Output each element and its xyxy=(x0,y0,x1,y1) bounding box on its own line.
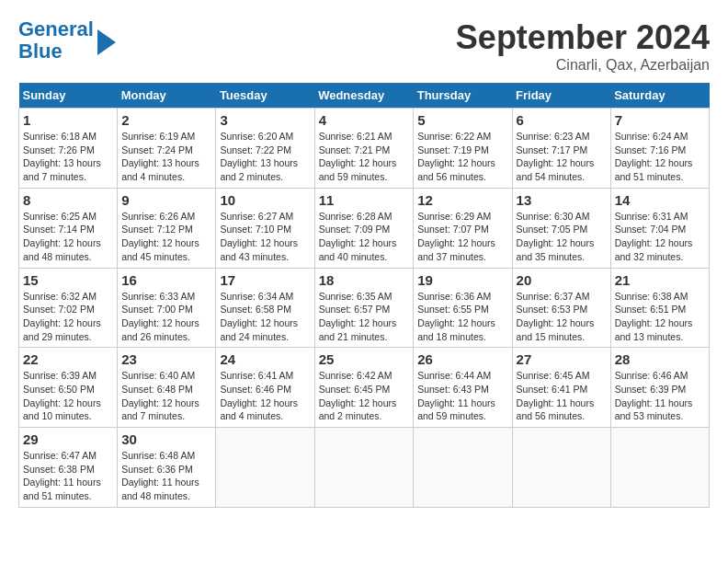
day-cell: 13Sunrise: 6:30 AM Sunset: 7:05 PM Dayli… xyxy=(512,188,610,268)
day-info: Sunrise: 6:19 AM Sunset: 7:24 PM Dayligh… xyxy=(121,130,211,184)
weekday-tuesday: Tuesday xyxy=(216,83,314,109)
day-cell: 21Sunrise: 6:38 AM Sunset: 6:51 PM Dayli… xyxy=(610,268,709,348)
weekday-header-row: SundayMondayTuesdayWednesdayThursdayFrid… xyxy=(19,83,710,109)
weekday-monday: Monday xyxy=(118,83,216,109)
day-cell: 14Sunrise: 6:31 AM Sunset: 7:04 PM Dayli… xyxy=(610,188,709,268)
weekday-thursday: Thursday xyxy=(414,83,512,109)
day-number: 2 xyxy=(121,112,211,128)
week-row-2: 8Sunrise: 6:25 AM Sunset: 7:14 PM Daylig… xyxy=(19,188,710,268)
day-info: Sunrise: 6:25 AM Sunset: 7:14 PM Dayligh… xyxy=(23,210,113,264)
day-cell: 18Sunrise: 6:35 AM Sunset: 6:57 PM Dayli… xyxy=(314,268,414,348)
day-number: 23 xyxy=(121,351,211,367)
title-block: September 2024 Cinarli, Qax, Azerbaijan xyxy=(456,18,710,74)
day-info: Sunrise: 6:39 AM Sunset: 6:50 PM Dayligh… xyxy=(23,369,113,423)
day-cell: 10Sunrise: 6:27 AM Sunset: 7:10 PM Dayli… xyxy=(216,188,314,268)
day-info: Sunrise: 6:29 AM Sunset: 7:07 PM Dayligh… xyxy=(417,210,507,264)
day-number: 14 xyxy=(615,192,705,208)
day-cell: 17Sunrise: 6:34 AM Sunset: 6:58 PM Dayli… xyxy=(216,268,314,348)
day-info: Sunrise: 6:28 AM Sunset: 7:09 PM Dayligh… xyxy=(319,210,410,264)
day-cell xyxy=(414,428,512,508)
day-cell: 29Sunrise: 6:47 AM Sunset: 6:38 PM Dayli… xyxy=(19,428,118,508)
day-number: 27 xyxy=(517,351,607,367)
logo-blue: Blue xyxy=(18,40,63,63)
weekday-saturday: Saturday xyxy=(610,83,709,109)
day-info: Sunrise: 6:42 AM Sunset: 6:45 PM Dayligh… xyxy=(319,369,410,423)
day-info: Sunrise: 6:23 AM Sunset: 7:17 PM Dayligh… xyxy=(517,130,607,184)
day-cell xyxy=(512,428,610,508)
logo-general: General xyxy=(18,17,94,40)
day-number: 12 xyxy=(417,192,507,208)
day-number: 10 xyxy=(220,192,310,208)
day-cell: 26Sunrise: 6:44 AM Sunset: 6:43 PM Dayli… xyxy=(414,348,512,428)
day-cell: 19Sunrise: 6:36 AM Sunset: 6:55 PM Dayli… xyxy=(414,268,512,348)
day-number: 26 xyxy=(417,351,507,367)
logo-arrow-icon xyxy=(97,29,116,55)
day-info: Sunrise: 6:24 AM Sunset: 7:16 PM Dayligh… xyxy=(615,130,705,184)
day-info: Sunrise: 6:30 AM Sunset: 7:05 PM Dayligh… xyxy=(517,210,607,264)
day-info: Sunrise: 6:40 AM Sunset: 6:48 PM Dayligh… xyxy=(121,369,211,423)
day-cell: 22Sunrise: 6:39 AM Sunset: 6:50 PM Dayli… xyxy=(19,348,118,428)
day-cell: 5Sunrise: 6:22 AM Sunset: 7:19 PM Daylig… xyxy=(414,109,512,189)
day-info: Sunrise: 6:37 AM Sunset: 6:53 PM Dayligh… xyxy=(517,290,607,344)
day-info: Sunrise: 6:34 AM Sunset: 6:58 PM Dayligh… xyxy=(220,290,310,344)
logo: GeneralBlue xyxy=(18,18,116,63)
day-number: 15 xyxy=(23,272,113,288)
day-info: Sunrise: 6:47 AM Sunset: 6:38 PM Dayligh… xyxy=(23,449,113,503)
day-number: 22 xyxy=(23,351,113,367)
weekday-sunday: Sunday xyxy=(19,83,118,109)
location-label: Cinarli, Qax, Azerbaijan xyxy=(456,57,710,74)
day-cell: 6Sunrise: 6:23 AM Sunset: 7:17 PM Daylig… xyxy=(512,109,610,189)
day-info: Sunrise: 6:38 AM Sunset: 6:51 PM Dayligh… xyxy=(615,290,705,344)
day-info: Sunrise: 6:18 AM Sunset: 7:26 PM Dayligh… xyxy=(23,130,113,184)
calendar-body: 1Sunrise: 6:18 AM Sunset: 7:26 PM Daylig… xyxy=(19,109,710,508)
day-cell: 9Sunrise: 6:26 AM Sunset: 7:12 PM Daylig… xyxy=(118,188,216,268)
day-info: Sunrise: 6:20 AM Sunset: 7:22 PM Dayligh… xyxy=(220,130,310,184)
day-info: Sunrise: 6:22 AM Sunset: 7:19 PM Dayligh… xyxy=(417,130,507,184)
day-number: 8 xyxy=(23,192,113,208)
day-cell: 7Sunrise: 6:24 AM Sunset: 7:16 PM Daylig… xyxy=(610,109,709,189)
day-cell xyxy=(216,428,314,508)
day-info: Sunrise: 6:48 AM Sunset: 6:36 PM Dayligh… xyxy=(121,449,211,503)
day-number: 24 xyxy=(220,351,310,367)
day-info: Sunrise: 6:35 AM Sunset: 6:57 PM Dayligh… xyxy=(319,290,410,344)
day-cell: 2Sunrise: 6:19 AM Sunset: 7:24 PM Daylig… xyxy=(118,109,216,189)
day-cell xyxy=(314,428,414,508)
day-cell: 30Sunrise: 6:48 AM Sunset: 6:36 PM Dayli… xyxy=(118,428,216,508)
day-cell: 12Sunrise: 6:29 AM Sunset: 7:07 PM Dayli… xyxy=(414,188,512,268)
day-cell: 23Sunrise: 6:40 AM Sunset: 6:48 PM Dayli… xyxy=(118,348,216,428)
day-number: 1 xyxy=(23,112,113,128)
day-number: 20 xyxy=(517,272,607,288)
day-number: 6 xyxy=(517,112,607,128)
day-number: 29 xyxy=(23,431,113,447)
week-row-1: 1Sunrise: 6:18 AM Sunset: 7:26 PM Daylig… xyxy=(19,109,710,189)
weekday-friday: Friday xyxy=(512,83,610,109)
day-info: Sunrise: 6:36 AM Sunset: 6:55 PM Dayligh… xyxy=(417,290,507,344)
day-info: Sunrise: 6:31 AM Sunset: 7:04 PM Dayligh… xyxy=(615,210,705,264)
week-row-3: 15Sunrise: 6:32 AM Sunset: 7:02 PM Dayli… xyxy=(19,268,710,348)
day-info: Sunrise: 6:32 AM Sunset: 7:02 PM Dayligh… xyxy=(23,290,113,344)
day-cell: 8Sunrise: 6:25 AM Sunset: 7:14 PM Daylig… xyxy=(19,188,118,268)
page-header: GeneralBlue September 2024 Cinarli, Qax,… xyxy=(18,18,710,74)
day-info: Sunrise: 6:27 AM Sunset: 7:10 PM Dayligh… xyxy=(220,210,310,264)
day-info: Sunrise: 6:45 AM Sunset: 6:41 PM Dayligh… xyxy=(517,369,607,423)
month-title: September 2024 xyxy=(456,18,710,57)
day-cell xyxy=(610,428,709,508)
day-cell: 24Sunrise: 6:41 AM Sunset: 6:46 PM Dayli… xyxy=(216,348,314,428)
day-cell: 20Sunrise: 6:37 AM Sunset: 6:53 PM Dayli… xyxy=(512,268,610,348)
day-number: 19 xyxy=(417,272,507,288)
day-info: Sunrise: 6:41 AM Sunset: 6:46 PM Dayligh… xyxy=(220,369,310,423)
day-number: 3 xyxy=(220,112,310,128)
day-cell: 3Sunrise: 6:20 AM Sunset: 7:22 PM Daylig… xyxy=(216,109,314,189)
day-number: 16 xyxy=(121,272,211,288)
day-cell: 16Sunrise: 6:33 AM Sunset: 7:00 PM Dayli… xyxy=(118,268,216,348)
day-cell: 28Sunrise: 6:46 AM Sunset: 6:39 PM Dayli… xyxy=(610,348,709,428)
day-number: 7 xyxy=(615,112,705,128)
day-number: 4 xyxy=(319,112,410,128)
day-cell: 4Sunrise: 6:21 AM Sunset: 7:21 PM Daylig… xyxy=(314,109,414,189)
day-number: 30 xyxy=(121,431,211,447)
day-number: 5 xyxy=(417,112,507,128)
day-cell: 15Sunrise: 6:32 AM Sunset: 7:02 PM Dayli… xyxy=(19,268,118,348)
day-number: 28 xyxy=(615,351,705,367)
day-number: 21 xyxy=(615,272,705,288)
day-info: Sunrise: 6:26 AM Sunset: 7:12 PM Dayligh… xyxy=(121,210,211,264)
